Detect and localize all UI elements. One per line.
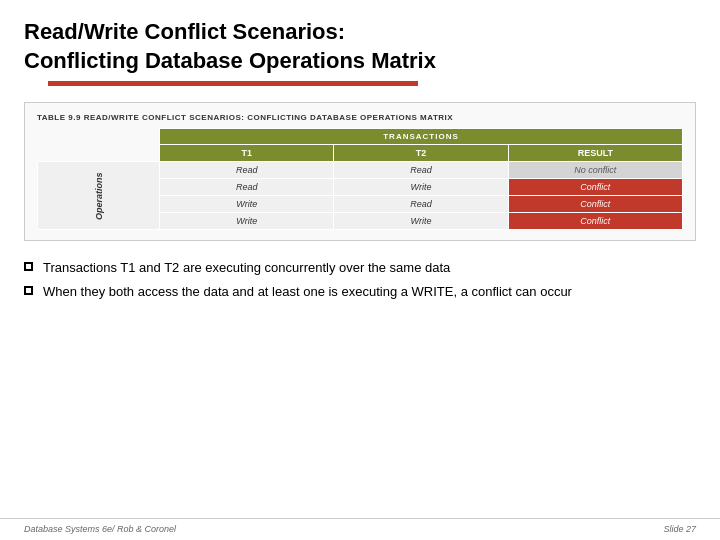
bullet-text-2: When they both access the data and at le… (43, 283, 572, 301)
title-line1: Read/Write Conflict Scenarios: (24, 19, 345, 44)
col-t1-header: T1 (160, 145, 334, 162)
operations-label: Operations (38, 162, 160, 230)
red-accent-bar (48, 81, 418, 86)
slide-header: Read/Write Conflict Scenarios: Conflicti… (0, 0, 720, 94)
column-header-row: T1 T2 RESULT (38, 145, 683, 162)
bullets-section: Transactions T1 and T2 are executing con… (24, 255, 696, 311)
row4-result: Conflict (508, 213, 682, 230)
col-result-header: RESULT (508, 145, 682, 162)
table-row: Operations Read Read No conflict (38, 162, 683, 179)
row2-result: Conflict (508, 179, 682, 196)
table-caption: TABLE 9.9 READ/WRITE CONFLICT SCENARIOS:… (37, 113, 683, 122)
bullet-icon-2 (24, 286, 33, 295)
row2-t1: Read (160, 179, 334, 196)
table-caption-title: READ/WRITE CONFLICT SCENARIOS: CONFLICTI… (84, 113, 453, 122)
bullet-item-2: When they both access the data and at le… (24, 283, 696, 301)
row2-t2: Write (334, 179, 508, 196)
footer-source: Database Systems 6e/ Rob & Coronel (24, 524, 176, 534)
content-area: TABLE 9.9 READ/WRITE CONFLICT SCENARIOS:… (0, 94, 720, 518)
footer-slide-number: Slide 27 (663, 524, 696, 534)
bullet-text-1: Transactions T1 and T2 are executing con… (43, 259, 450, 277)
corner-cell (38, 129, 160, 145)
empty-header-cell (38, 145, 160, 162)
table-container: TABLE 9.9 READ/WRITE CONFLICT SCENARIOS:… (24, 102, 696, 241)
bullet-item-1: Transactions T1 and T2 are executing con… (24, 259, 696, 277)
row3-result: Conflict (508, 196, 682, 213)
title-line2: Conflicting Database Operations Matrix (24, 48, 436, 73)
row1-t1: Read (160, 162, 334, 179)
table-number: TABLE 9.9 (37, 113, 81, 122)
slide-title: Read/Write Conflict Scenarios: Conflicti… (24, 18, 696, 75)
col-t2-header: T2 (334, 145, 508, 162)
row3-t2: Read (334, 196, 508, 213)
slide-footer: Database Systems 6e/ Rob & Coronel Slide… (0, 518, 720, 540)
transactions-header-row: TRANSACTIONS (38, 129, 683, 145)
row4-t1: Write (160, 213, 334, 230)
row4-t2: Write (334, 213, 508, 230)
matrix-table: TRANSACTIONS T1 T2 RESULT Operations Rea… (37, 128, 683, 230)
transactions-label: TRANSACTIONS (160, 129, 683, 145)
row1-result: No conflict (508, 162, 682, 179)
row1-t2: Read (334, 162, 508, 179)
row3-t1: Write (160, 196, 334, 213)
slide: Read/Write Conflict Scenarios: Conflicti… (0, 0, 720, 540)
bullet-icon-1 (24, 262, 33, 271)
